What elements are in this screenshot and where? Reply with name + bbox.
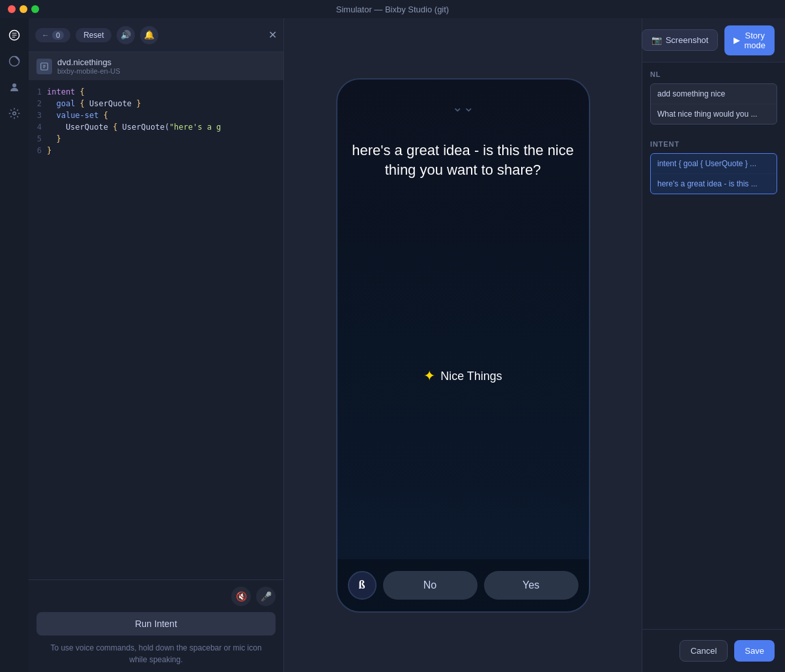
nl-item-1[interactable]: What nice thing would you ...	[651, 104, 777, 124]
story-mode-label: Story mode	[744, 31, 765, 50]
code-line-2: 2 goal { UserQuote }	[29, 98, 283, 110]
star-icon: ✦	[423, 368, 435, 385]
close-panel-button[interactable]: ✕	[268, 29, 277, 41]
left-panel: ← 0 Reset 🔊 🔔 ✕ dvd.nicethings bixby-mob…	[29, 18, 284, 672]
close-window-button[interactable]	[8, 5, 16, 13]
cancel-button[interactable]: Cancel	[679, 640, 728, 662]
chevron-down-icon: ⌄⌄	[452, 99, 474, 115]
notification-button[interactable]: 🔔	[140, 26, 158, 44]
code-line-6: 6 }	[29, 145, 283, 157]
nl-item-0[interactable]: add something nice	[651, 84, 777, 104]
screenshot-label: Screenshot	[666, 35, 709, 45]
run-intent-button[interactable]: Run Intent	[36, 612, 276, 635]
svg-point-2	[12, 83, 16, 87]
editor-bottom-toolbar: 🔇 🎤	[29, 579, 283, 612]
maximize-window-button[interactable]	[31, 5, 39, 13]
back-button[interactable]: ← 0	[35, 28, 70, 42]
phone-area: ⌄⌄ here's a great idea - is this the nic…	[284, 18, 642, 672]
screenshot-button[interactable]: 📷 Screenshot	[642, 29, 719, 51]
minimize-window-button[interactable]	[20, 5, 27, 13]
module-info: dvd.nicethings bixby-mobile-en-US	[57, 57, 121, 75]
back-count-badge: 0	[52, 31, 64, 40]
sidebar-item-layers[interactable]	[4, 51, 25, 72]
intent-section-label: INTENT	[650, 140, 777, 148]
volume-button[interactable]: 🔊	[117, 26, 135, 44]
intent-box: intent { goal { UserQuote } ... here's a…	[650, 153, 777, 194]
phone-question-text: here's a great idea - is this the nice t…	[350, 141, 576, 181]
code-line-4: 4 UserQuote { UserQuote("here's a g	[29, 122, 283, 134]
bixby-button[interactable]: ß	[348, 571, 377, 600]
mute-button[interactable]: 🔇	[231, 587, 251, 606]
sidebar-item-settings[interactable]	[4, 103, 25, 124]
titlebar: Simulator — Bixby Studio (git)	[0, 0, 785, 18]
window-title: Simulator — Bixby Studio (git)	[336, 5, 449, 14]
back-arrow-icon: ←	[42, 31, 50, 40]
intent-item-0[interactable]: intent { goal { UserQuote } ...	[651, 154, 777, 174]
svg-point-3	[13, 112, 16, 115]
phone-content: ⌄⌄ here's a great idea - is this the nic…	[337, 80, 589, 559]
camera-icon: 📷	[651, 35, 662, 45]
nl-box: add something nice What nice thing would…	[650, 83, 777, 124]
intent-section: INTENT intent { goal { UserQuote } ... h…	[642, 132, 785, 202]
module-name: dvd.nicethings	[57, 57, 121, 67]
module-icon	[36, 59, 52, 74]
main-layout: ← 0 Reset 🔊 🔔 ✕ dvd.nicethings bixby-mob…	[0, 18, 785, 672]
save-button[interactable]: Save	[734, 640, 775, 662]
yes-button[interactable]: Yes	[484, 571, 578, 600]
nl-section: NL add something nice What nice thing wo…	[642, 63, 785, 132]
right-panel: 📷 Screenshot ▶ Story mode NL add somethi…	[642, 18, 785, 672]
story-icon: ▶	[734, 35, 740, 45]
story-mode-button[interactable]: ▶ Story mode	[724, 25, 775, 55]
code-line-1: 1 intent {	[29, 87, 283, 98]
sidebar-item-profile[interactable]	[4, 77, 25, 98]
code-line-5: 5 }	[29, 134, 283, 145]
sidebar-icons	[0, 18, 29, 672]
mic-button[interactable]: 🎤	[256, 587, 276, 606]
traffic-lights	[8, 5, 39, 13]
intent-item-1[interactable]: here's a great idea - is this ...	[651, 174, 777, 194]
nl-section-label: NL	[650, 70, 777, 78]
phone-bottom-bar: ß No Yes	[337, 559, 589, 611]
nice-things-row: ✦ Nice Things	[423, 368, 502, 385]
reset-button[interactable]: Reset	[76, 28, 111, 42]
volume-icon: 🔊	[121, 30, 131, 40]
simulator-toolbar: ← 0 Reset 🔊 🔔 ✕	[29, 18, 283, 52]
right-bottom-actions: Cancel Save	[642, 629, 785, 672]
code-editor[interactable]: 1 intent { 2 goal { UserQuote } 3 value-…	[29, 80, 283, 579]
bell-icon: 🔔	[144, 30, 154, 40]
nice-things-label: Nice Things	[440, 370, 502, 383]
mic-icon: 🎤	[261, 591, 272, 602]
module-header: dvd.nicethings bixby-mobile-en-US	[29, 52, 283, 80]
sidebar-item-chat[interactable]	[4, 25, 25, 46]
phone-frame: ⌄⌄ here's a great idea - is this the nic…	[336, 78, 590, 613]
bixby-logo: ß	[358, 578, 365, 592]
voice-hint: To use voice commands, hold down the spa…	[29, 635, 283, 672]
module-sub: bixby-mobile-en-US	[57, 67, 121, 75]
code-line-3: 3 value-set {	[29, 110, 283, 122]
no-button[interactable]: No	[383, 571, 478, 600]
right-top-actions: 📷 Screenshot ▶ Story mode	[642, 18, 785, 63]
mute-icon: 🔇	[236, 591, 247, 602]
